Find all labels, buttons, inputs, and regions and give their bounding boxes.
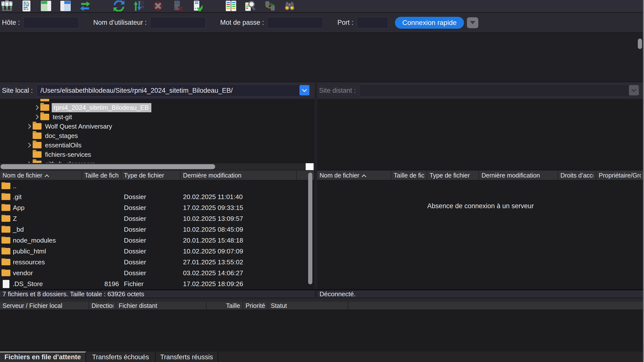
file-row[interactable]: node_modulesDossier20.01.2025 15:48:18 — [0, 235, 314, 246]
file-modified-cell: 03.02.2025 14:06:27 — [180, 269, 297, 277]
tab-failed-transfers[interactable]: Transferts échoués — [86, 352, 156, 362]
expander-icon[interactable] — [32, 115, 40, 119]
file-row[interactable]: _bdDossier10.02.2025 08:45:09 — [0, 224, 314, 235]
host-input[interactable] — [23, 17, 79, 28]
tree-item[interactable]: rpni4_2024_sitetim_Bilodeau_EB — [0, 103, 314, 112]
column-header-nom-de-fichier[interactable]: Nom de fichier — [317, 170, 391, 180]
expander-icon[interactable] — [32, 106, 40, 109]
quickconnect-button[interactable]: Connexion rapide — [395, 17, 464, 29]
tab-label: Fichiers en file d’attente — [4, 353, 81, 361]
triangle-down-icon — [470, 21, 475, 24]
local-site-dropdown-button[interactable] — [300, 85, 310, 96]
process-queue-icon[interactable] — [133, 0, 144, 11]
quickconnect-dropdown-button[interactable] — [467, 17, 478, 28]
column-header-direction[interactable]: Direction — [89, 302, 116, 310]
tree-item-label: doc_stages — [44, 131, 80, 140]
username-input[interactable] — [150, 17, 206, 28]
chevron-right-icon — [34, 105, 39, 110]
tree-item[interactable]: fichiers-services — [0, 150, 314, 159]
column-header-droits-d-acc-s[interactable]: Droits d’accès — [558, 170, 596, 180]
horizontal-scrollbar-thumb[interactable] — [0, 164, 215, 169]
column-header-derni-re-modification[interactable]: Dernière modification — [479, 170, 558, 180]
remote-site-dropdown — [359, 84, 640, 97]
column-header-taille[interactable]: Taille — [206, 302, 243, 310]
tree-vertical-scrollbar[interactable] — [638, 38, 642, 49]
file-row[interactable]: .. — [0, 180, 314, 192]
column-header-nom-de-fichier[interactable]: Nom de fichier — [0, 170, 82, 180]
tab-queued-files[interactable]: Fichiers en file d’attente — [0, 352, 86, 362]
reconnect-icon[interactable] — [192, 0, 203, 11]
column-header-serveur-fichier-local[interactable]: Serveur / Fichier local — [0, 302, 89, 310]
column-header-taille-de-fichier[interactable]: Taille de fichier — [391, 170, 427, 180]
toolbar-group — [114, 0, 211, 11]
remote-file-list: Absence de connexion à un serveur — [317, 180, 644, 289]
tree-item[interactable]: test-git — [0, 112, 314, 122]
disconnect-icon[interactable] — [172, 0, 184, 11]
site-manager-icon[interactable] — [2, 0, 13, 11]
folder-icon — [2, 259, 10, 265]
tree-item-label: github_classroom — [44, 160, 98, 163]
expander-icon[interactable] — [25, 124, 33, 128]
directory-listing-icon[interactable] — [226, 0, 237, 11]
transfer-queue-toggle-icon[interactable] — [80, 0, 91, 11]
toolbar-group — [2, 0, 99, 11]
tab-successful-transfers[interactable]: Transferts réussis — [156, 352, 218, 362]
file-row[interactable]: .DS_Store8196Fichier17.02.2025 18:09:26 — [0, 278, 314, 289]
folder-icon — [40, 99, 49, 102]
chevron-right-icon — [34, 114, 39, 120]
directory-comparison-icon[interactable] — [284, 0, 296, 11]
column-header-type-de-fichier[interactable]: Type de fichier — [122, 170, 180, 180]
tree-item[interactable]: Wolf Quest Anniversary — [0, 122, 314, 131]
column-header-derni-re-modification[interactable]: Dernière modification — [180, 170, 297, 180]
file-size-cell: 8196 — [82, 280, 122, 288]
panel-divider[interactable] — [314, 82, 317, 298]
tree-item[interactable] — [0, 99, 314, 103]
cancel-icon[interactable] — [152, 0, 164, 11]
queue-splitter[interactable] — [0, 298, 644, 302]
column-header-type-de-fichier[interactable]: Type de fichier — [427, 170, 479, 180]
message-log-icon[interactable] — [21, 0, 32, 11]
sort-ascending-icon — [362, 174, 366, 179]
folder-icon — [33, 142, 42, 148]
file-name-cell: ressources — [0, 258, 82, 266]
folder-icon — [33, 132, 42, 139]
file-search-icon[interactable] — [245, 0, 256, 11]
file-name: vendor — [13, 269, 33, 277]
password-input[interactable] — [267, 17, 323, 28]
column-header-statut[interactable]: Statut — [268, 302, 348, 310]
synchronized-browsing-icon[interactable] — [264, 0, 276, 11]
column-header-priorit-[interactable]: Priorité — [243, 302, 268, 310]
file-row[interactable]: .gitDossier20.02.2025 11:01:40 — [0, 192, 314, 202]
tree-item[interactable]: essentialOils — [0, 140, 314, 150]
file-type-cell: Dossier — [122, 237, 180, 244]
file-row[interactable]: public_htmlDossier10.02.2025 09:07:09 — [0, 246, 314, 257]
file-type-cell: Fichier — [122, 280, 180, 288]
file-row[interactable]: AppDossier17.02.2025 09:33:15 — [0, 202, 314, 213]
file-type-cell: Dossier — [122, 204, 180, 212]
chevron-right-icon — [26, 124, 31, 129]
expander-icon[interactable] — [25, 144, 33, 147]
remote-site-row: Site distant : — [317, 82, 644, 99]
tree-item[interactable]: doc_stages — [0, 131, 314, 140]
port-input[interactable] — [357, 17, 388, 28]
tree-item[interactable]: github_classroom — [0, 159, 314, 163]
folder-icon — [33, 151, 42, 158]
quickconnect-bar: Hôte : Nom d’utilisateur : Mot de passe … — [0, 12, 644, 33]
sort-ascending-icon — [44, 174, 49, 179]
file-name-cell: .DS_Store — [0, 280, 82, 288]
remote-tree-toggle-icon[interactable] — [60, 0, 72, 11]
local-site-dropdown[interactable]: /Users/elisabethbilodeau/Sites/rpni4_202… — [36, 84, 310, 97]
file-row[interactable]: vendorDossier03.02.2025 14:06:27 — [0, 268, 314, 278]
folder-icon — [2, 248, 10, 254]
refresh-icon[interactable] — [114, 0, 125, 11]
chevron-right-icon — [26, 143, 31, 148]
column-header-spacer[interactable] — [348, 302, 644, 310]
local-directory-tree: rpni4_2024_sitetim_Bilodeau_EBtest-gitWo… — [0, 99, 314, 163]
local-tree-toggle-icon[interactable] — [40, 0, 52, 11]
file-row[interactable]: ZDossier10.02.2025 13:09:57 — [0, 213, 314, 224]
column-header-taille-de-fichier[interactable]: Taille de fichier — [82, 170, 122, 180]
file-row[interactable]: ressourcesDossier27.01.2025 13:55:02 — [0, 257, 314, 268]
column-header-propri-taire-groupe[interactable]: Propriétaire/Groupe — [596, 170, 644, 180]
list-vertical-scrollbar[interactable] — [308, 172, 312, 284]
column-header-fichier-distant[interactable]: Fichier distant — [116, 302, 206, 310]
